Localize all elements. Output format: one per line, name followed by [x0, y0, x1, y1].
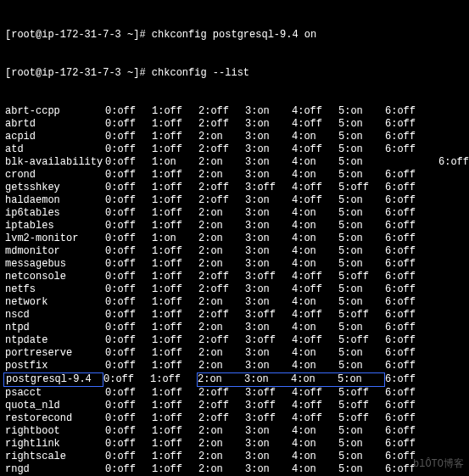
runlevel-0-state: 0:off	[105, 387, 152, 400]
service-name: atd	[5, 143, 105, 156]
runlevel-4-state: 4:on	[292, 360, 338, 372]
runlevel-6-state: 6:off	[385, 169, 432, 182]
runlevel-1-state: 1:off	[152, 360, 198, 372]
runlevel-4-state: 4:off	[292, 105, 338, 118]
service-name: iptables	[5, 220, 105, 232]
runlevel-3-state: 3:on	[245, 451, 292, 463]
runlevel-3-state: 3:on	[245, 143, 292, 156]
runlevel-0-state: 0:off	[105, 232, 152, 245]
service-row: netconsole0:off1:off2:off3:off4:off5:off…	[5, 271, 464, 283]
runlevel-6-state: 6:off	[385, 143, 432, 156]
service-row: haldaemon0:off1:off2:off3:on4:off5:on6:o…	[5, 194, 464, 207]
runlevel-1-state: 1:off	[152, 438, 198, 451]
runlevel-2-state: 2:off	[198, 271, 245, 283]
runlevel-3-state: 3:on	[245, 220, 292, 232]
runlevel-0-state: 0:off	[105, 207, 152, 220]
runlevel-6-state: 6:off	[385, 373, 432, 386]
runlevel-0-state: 0:off	[105, 245, 152, 258]
highlighted-runlevels: 2:on3:on4:on5:on	[197, 372, 385, 387]
runlevel-3-state: 3:on	[245, 425, 292, 438]
runlevel-3-state: 3:on	[245, 156, 292, 169]
runlevel-6-state: 6:off	[385, 347, 432, 360]
service-row: blk-availability0:off1:on2:on3:on4:on5:o…	[5, 156, 464, 169]
runlevel-1-state: 1:off	[152, 194, 198, 207]
runlevel-6-state: 6:off	[385, 309, 432, 322]
runlevel-2-state: 2:on	[198, 373, 244, 386]
service-row: getsshkey0:off1:off2:off3:off4:off5:off6…	[5, 182, 464, 194]
runlevel-0-state: 0:off	[105, 360, 152, 372]
runlevel-3-state: 3:on	[245, 296, 292, 309]
service-row: ip6tables0:off1:off2:on3:on4:on5:on6:off	[5, 207, 464, 220]
runlevel-4-state: 4:on	[292, 232, 338, 245]
runlevel-6-state: 6:off	[385, 438, 432, 451]
runlevel-5-state: 5:on	[338, 105, 385, 118]
watermark-text: blÔTO博客	[413, 458, 464, 471]
runlevel-2-state: 2:off	[198, 118, 245, 131]
runlevel-0-state: 0:off	[105, 309, 152, 322]
command-line-2: [root@ip-172-31-7-3 ~]# chkconfig --list	[5, 67, 464, 80]
runlevel-2-state: 2:off	[198, 334, 245, 347]
runlevel-1-state: 1:off	[152, 169, 198, 182]
service-name: netfs	[5, 283, 105, 296]
runlevel-5-state: 5:on	[338, 347, 385, 360]
runlevel-1-state: 1:off	[152, 143, 198, 156]
runlevel-4-state: 4:off	[292, 334, 338, 347]
runlevel-1-state: 1:off	[152, 309, 198, 322]
runlevel-2-state: 2:off	[198, 182, 245, 194]
runlevel-0-state: 0:off	[105, 182, 152, 194]
runlevel-2-state: 2:off	[198, 400, 245, 412]
runlevel-2-state: 2:on	[198, 169, 245, 182]
runlevel-1-state: 1:off	[152, 182, 198, 194]
service-name: mdmonitor	[5, 245, 105, 258]
runlevel-3-state: 3:off	[245, 400, 292, 412]
runlevel-2-state: 2:off	[198, 194, 245, 207]
runlevel-3-state: 3:off	[245, 271, 292, 283]
service-row: rightscale0:off1:off2:on3:on4:on5:on6:of…	[5, 451, 464, 463]
runlevel-3-state: 3:on	[245, 131, 292, 143]
runlevel-1-state: 1:off	[152, 451, 198, 463]
runlevel-4-state: 4:off	[292, 194, 338, 207]
runlevel-4-state: 4:off	[292, 412, 338, 425]
runlevel-5-state: 5:off	[338, 271, 385, 283]
runlevel-6-state: 6:off	[385, 118, 432, 131]
runlevel-5-state: 5:off	[338, 400, 385, 412]
runlevel-2-state: 2:on	[198, 425, 245, 438]
runlevel-2-state: 2:off	[198, 309, 245, 322]
runlevel-0-state: 0:off	[105, 463, 152, 476]
runlevel-1-state: 1:off	[150, 373, 197, 386]
runlevel-4-state: 4:on	[292, 207, 338, 220]
runlevel-4-state: 4:on	[292, 347, 338, 360]
service-row: iptables0:off1:off2:on3:on4:on5:on6:off	[5, 220, 464, 232]
runlevel-5-state: 5:on	[338, 156, 385, 169]
service-name: rightlink	[5, 438, 105, 451]
runlevel-0-state: 0:off	[105, 156, 152, 169]
runlevel-5-state: 5:on	[338, 283, 385, 296]
runlevel-0-state: 0:off	[105, 283, 152, 296]
runlevel-6-state: 6:off	[385, 194, 432, 207]
service-name: netconsole	[5, 271, 105, 283]
runlevel-6-state: 6:off	[385, 271, 432, 283]
runlevel-4-state: 4:on	[292, 245, 338, 258]
runlevel-2-state: 2:off	[198, 143, 245, 156]
service-name: postfix	[5, 360, 105, 372]
service-name: messagebus	[5, 258, 105, 271]
runlevel-6-state: 6:off	[385, 425, 432, 438]
runlevel-3-state: 3:on	[245, 322, 292, 334]
service-row: abrt-ccpp0:off1:off2:off3:on4:off5:on6:o…	[5, 105, 464, 118]
runlevel-0-state: 0:off	[103, 373, 150, 386]
service-name: crond	[5, 169, 105, 182]
runlevel-0-state: 0:off	[105, 131, 152, 143]
prompt: [root@ip-172-31-7-3 ~]#	[5, 67, 152, 80]
service-name: ntpdate	[5, 334, 105, 347]
service-name: rngd	[5, 463, 105, 476]
runlevel-5-state: 5:on	[338, 296, 385, 309]
service-name: abrt-ccpp	[5, 105, 105, 118]
runlevel-4-state: 4:off	[292, 271, 338, 283]
runlevel-5-state: 5:on	[338, 451, 385, 463]
service-name: abrtd	[5, 118, 105, 131]
service-name: nscd	[5, 309, 105, 322]
runlevel-2-state: 2:on	[198, 220, 245, 232]
runlevel-3-state: 3:on	[245, 258, 292, 271]
runlevel-0-state: 0:off	[105, 412, 152, 425]
runlevel-1-state: 1:off	[152, 322, 198, 334]
